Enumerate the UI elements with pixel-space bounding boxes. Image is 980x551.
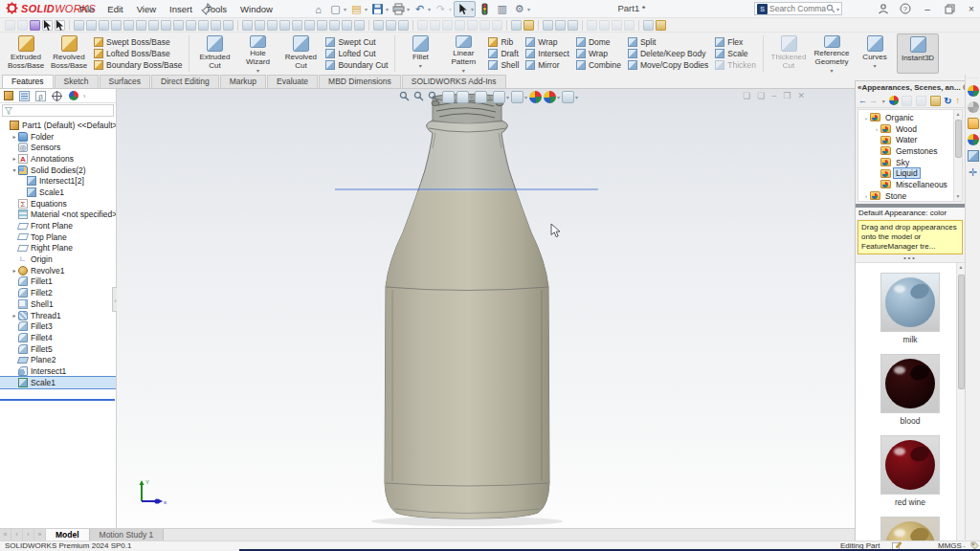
- mirror-button[interactable]: Mirror: [523, 59, 572, 70]
- wrap-button[interactable]: Wrap: [573, 48, 624, 58]
- save-appearance-icon[interactable]: [916, 96, 926, 106]
- thicken-button[interactable]: Thicken: [712, 59, 759, 70]
- appearance-tree-scrollbar[interactable]: ▲ ▼: [953, 110, 962, 201]
- history-caret-icon[interactable]: ▾: [880, 96, 887, 106]
- toolbar-icon[interactable]: [492, 20, 502, 31]
- toolbar-icon[interactable]: [386, 20, 396, 31]
- open-folder-icon[interactable]: [930, 96, 941, 106]
- tree-item-part1-default-default-display-sta[interactable]: Part1 (Default) <<Default>_Display Sta: [0, 120, 116, 131]
- rebuild-icon[interactable]: [477, 1, 493, 17]
- toolbar-icon[interactable]: [417, 20, 428, 31]
- dropdown-caret-icon[interactable]: ▾: [462, 67, 465, 74]
- toolbar-icon[interactable]: [643, 20, 654, 31]
- file-properties-icon[interactable]: ▥: [494, 1, 510, 17]
- menu-insert[interactable]: Insert: [163, 0, 199, 18]
- toolbar-icon[interactable]: [173, 20, 184, 31]
- tree-item-scale1[interactable]: Scale1: [0, 187, 116, 198]
- dropdown-caret-icon[interactable]: ▾: [365, 6, 368, 12]
- tab-features[interactable]: Features: [2, 75, 54, 88]
- revolved-cut-button[interactable]: Revolved Cut: [279, 33, 322, 74]
- undo-icon[interactable]: ↶▾: [412, 1, 432, 17]
- doc-minimize-icon[interactable]: –: [771, 91, 776, 100]
- tree-item-fillet5[interactable]: Fillet5: [0, 343, 116, 355]
- tab-markup[interactable]: Markup: [220, 75, 266, 88]
- toolbar-icon[interactable]: [317, 20, 327, 31]
- task-pane-header[interactable]: «Appearances, Scenes, an... ⚙: [856, 81, 965, 94]
- appearances-scenes-tab[interactable]: [968, 134, 979, 145]
- dropdown-caret-icon[interactable]: ▾: [831, 67, 834, 74]
- expand-right-icon[interactable]: ▸: [11, 155, 18, 162]
- configuration-manager-tab[interactable]: β: [34, 90, 47, 101]
- toolbar-icon[interactable]: [161, 20, 171, 31]
- model-tab-motion-study-1[interactable]: Motion Study 1: [90, 529, 165, 540]
- tree-item-top-plane[interactable]: Top Plane: [0, 231, 116, 243]
- appearance-category-organic[interactable]: ⌄Organic: [858, 112, 962, 123]
- appearance-category-stone[interactable]: ›Stone: [858, 190, 962, 202]
- revolved-boss-base-button[interactable]: Revolved Boss/Base: [48, 33, 90, 74]
- tree-item-solid-bodies-2[interactable]: ▾Solid Bodies(2): [0, 165, 116, 176]
- tab-solidworks-add-ins[interactable]: SOLIDWORKS Add-Ins: [402, 75, 506, 88]
- tree-item-folder[interactable]: ▸Folder: [0, 131, 116, 143]
- flex-button[interactable]: Flex: [712, 36, 759, 47]
- home-icon[interactable]: ⌂: [310, 1, 326, 17]
- hide-show-items-icon[interactable]: ▾: [511, 91, 527, 103]
- toolbar-icon[interactable]: [467, 20, 478, 31]
- combine-button[interactable]: Combine: [573, 59, 624, 70]
- toolbar-icon[interactable]: [568, 20, 578, 31]
- toolbar-icon[interactable]: [398, 20, 409, 31]
- dropdown-caret-icon[interactable]: ▾: [524, 94, 527, 100]
- display-manager-tab[interactable]: [67, 90, 79, 101]
- toolbar-icon[interactable]: [111, 20, 122, 31]
- dropdown-caret-icon[interactable]: ▾: [527, 6, 530, 12]
- toolbar-icon[interactable]: [267, 20, 278, 31]
- wrap-button[interactable]: Wrap: [523, 36, 572, 47]
- toolbar-icon[interactable]: [543, 20, 553, 31]
- appearance-category-water[interactable]: Water: [858, 134, 962, 145]
- tab-direct-editing[interactable]: Direct Editing: [151, 75, 219, 88]
- scroll-up-icon[interactable]: ▲: [957, 263, 965, 272]
- toolbar-icon[interactable]: [123, 20, 134, 31]
- new-document-icon[interactable]: ▢▾: [327, 1, 347, 17]
- instant3d-button[interactable]: Instant3D: [897, 33, 939, 74]
- minimize-button[interactable]: –: [921, 2, 934, 15]
- toolbar-icon[interactable]: [587, 20, 597, 31]
- dropdown-caret-icon[interactable]: ▾: [407, 6, 410, 12]
- appearance-swatch-blood[interactable]: blood: [856, 354, 965, 426]
- select-icon[interactable]: ▾: [454, 1, 476, 17]
- pane-split2-icon[interactable]: ❏: [757, 91, 765, 100]
- section-view-icon[interactable]: [442, 91, 455, 103]
- menu-window[interactable]: Window: [234, 0, 279, 18]
- toolbar-icon[interactable]: [329, 20, 340, 31]
- tab-scroll-next-icon[interactable]: ›: [23, 529, 34, 540]
- open-icon[interactable]: ▤▾: [348, 1, 368, 17]
- dropdown-caret-icon[interactable]: ▾: [419, 62, 422, 69]
- pin-menu-icon[interactable]: [201, 3, 213, 15]
- menu-edit[interactable]: Edit: [100, 0, 129, 18]
- toolbar-icon[interactable]: [211, 20, 221, 31]
- tree-item-equations[interactable]: ΣEquations: [0, 198, 116, 209]
- tree-item-scale1[interactable]: Scale1: [0, 377, 116, 388]
- tree-filter-input[interactable]: [14, 106, 113, 115]
- appearance-category-gemstones[interactable]: Gemstones: [858, 145, 962, 157]
- appearance-category-miscellaneous[interactable]: Miscellaneous: [858, 179, 962, 190]
- options-icon[interactable]: ⚙▾: [511, 1, 531, 17]
- print-icon[interactable]: ▾: [390, 1, 411, 17]
- appearance-category-wood[interactable]: ›Wood: [858, 123, 962, 135]
- expand-right-icon[interactable]: ▸: [11, 267, 18, 274]
- toolbar-icon[interactable]: [624, 20, 635, 31]
- move-copy-bodies-button[interactable]: Move/Copy Bodies: [625, 59, 711, 70]
- lofted-boss-base-button[interactable]: Lofted Boss/Base: [91, 48, 185, 58]
- dropdown-caret-icon[interactable]: ▾: [506, 94, 509, 100]
- bottle-model[interactable]: [117, 89, 855, 528]
- scroll-thumb[interactable]: [958, 275, 965, 389]
- doc-close-icon[interactable]: ✕: [797, 91, 805, 100]
- delete-keep-body-button[interactable]: Delete/Keep Body: [625, 48, 711, 58]
- user-account-icon[interactable]: [877, 2, 890, 15]
- tab-surfaces[interactable]: Surfaces: [100, 75, 151, 88]
- restore-button[interactable]: [943, 2, 956, 15]
- expand-right-icon[interactable]: ▸: [11, 312, 18, 319]
- tab-mbd-dimensions[interactable]: MBD Dimensions: [319, 75, 401, 88]
- toolbar-icon[interactable]: [373, 20, 384, 31]
- forum-tab[interactable]: ✛: [968, 166, 979, 178]
- swatch-scrollbar[interactable]: ▲ ▼: [956, 263, 965, 551]
